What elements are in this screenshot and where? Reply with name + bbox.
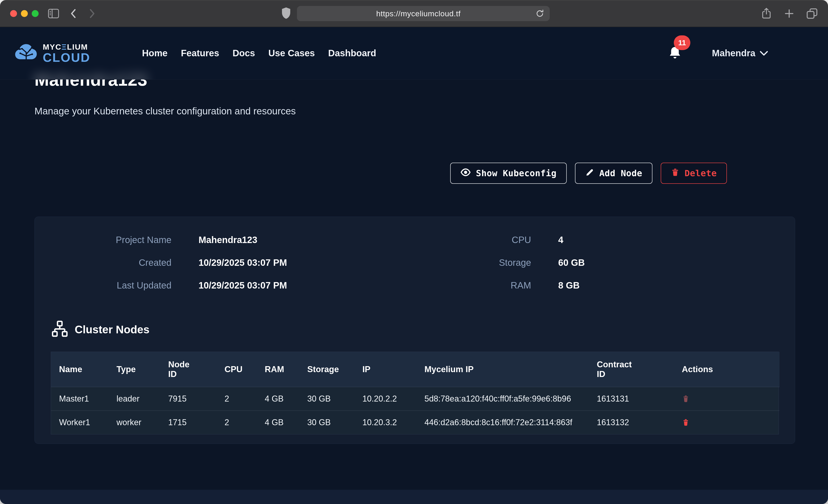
cell-mycelium-ip: 446:d2a6:8bcd:8c16:ff0f:72e2:3114:863f xyxy=(416,411,589,434)
mycelium-cloud-logo-icon xyxy=(14,42,39,64)
cell-storage: 30 GB xyxy=(299,387,355,411)
add-node-button[interactable]: Add Node xyxy=(575,163,653,184)
cell-name: Master1 xyxy=(51,387,109,411)
address-bar-zone: https://myceliumcloud.tf xyxy=(106,6,752,21)
cell-cpu: 2 xyxy=(216,387,257,411)
url-field[interactable]: https://myceliumcloud.tf xyxy=(297,6,550,21)
back-button[interactable] xyxy=(69,8,78,19)
nav-link-features[interactable]: Features xyxy=(181,48,219,58)
ram-label: RAM xyxy=(399,280,531,291)
bell-icon xyxy=(668,57,682,61)
browser-toolbar: https://myceliumcloud.tf xyxy=(0,0,828,27)
last-updated-value: 10/29/2025 03:07 PM xyxy=(171,280,399,291)
minimize-window-button[interactable] xyxy=(21,10,28,17)
pencil-icon xyxy=(585,168,594,179)
cluster-nodes-heading: Cluster Nodes xyxy=(51,320,779,339)
notification-count-badge: 11 xyxy=(674,35,690,50)
cell-type: leader xyxy=(109,387,160,411)
page-subtitle: Manage your Kubernetes cluster configura… xyxy=(35,106,795,117)
cell-node-id: 7915 xyxy=(160,387,216,411)
storage-label: Storage xyxy=(399,257,531,268)
table-row: Worker1 worker 1715 2 4 GB 30 GB 10.20.3… xyxy=(51,411,780,434)
chevron-down-icon xyxy=(759,48,768,58)
last-updated-label: Last Updated xyxy=(51,280,171,291)
trash-icon xyxy=(671,168,679,179)
cpu-value: 4 xyxy=(531,235,779,245)
cluster-detail-main: Mahendra123 Manage your Kubernetes clust… xyxy=(0,27,828,444)
project-card: Project Name Mahendra123 CPU 4 Created 1… xyxy=(35,217,795,444)
col-node-id: Node ID xyxy=(160,352,216,387)
cell-cpu: 2 xyxy=(216,411,257,434)
project-info-grid: Project Name Mahendra123 CPU 4 Created 1… xyxy=(51,235,779,291)
share-icon[interactable] xyxy=(761,8,772,19)
user-menu[interactable]: Mahendra xyxy=(712,48,768,58)
cell-ram: 4 GB xyxy=(257,387,299,411)
cell-ip: 10.20.2.2 xyxy=(355,387,416,411)
privacy-shield-icon xyxy=(281,7,291,20)
cell-ip: 10.20.3.2 xyxy=(355,411,416,434)
toolbar-right-icons xyxy=(761,8,818,19)
nav-link-home[interactable]: Home xyxy=(142,48,168,58)
close-window-button[interactable] xyxy=(10,10,17,17)
top-navbar: MYCΞLIUM CLOUD Home Features Docs Use Ca… xyxy=(0,27,828,80)
nav-link-dashboard[interactable]: Dashboard xyxy=(328,48,376,58)
user-name: Mahendra xyxy=(712,48,755,58)
cpu-label: CPU xyxy=(399,235,531,245)
storage-value: 60 GB xyxy=(531,257,779,268)
new-tab-icon[interactable] xyxy=(784,8,794,19)
cell-type: worker xyxy=(109,411,160,434)
show-kubeconfig-button[interactable]: Show Kubeconfig xyxy=(450,163,567,184)
col-mycelium-ip: Mycelium IP xyxy=(416,352,589,387)
cluster-actions: Show Kubeconfig Add Node xyxy=(35,163,795,184)
nav-link-docs[interactable]: Docs xyxy=(233,48,255,58)
nav-link-use-cases[interactable]: Use Cases xyxy=(268,48,315,58)
cluster-nodes-table: Name Type Node ID CPU RAM Storage IP Myc… xyxy=(51,352,779,434)
col-cpu: CPU xyxy=(216,352,257,387)
reload-icon[interactable] xyxy=(535,9,545,18)
cell-contract-id: 1613131 xyxy=(589,387,674,411)
delete-node-button[interactable] xyxy=(682,395,690,403)
sidebar-toggle-icon[interactable] xyxy=(48,8,59,18)
brand-logo[interactable]: MYCΞLIUM CLOUD xyxy=(14,42,90,64)
cell-name: Worker1 xyxy=(51,411,109,434)
delete-node-button[interactable] xyxy=(682,418,690,427)
url-text: https://myceliumcloud.tf xyxy=(302,9,535,18)
notifications-button[interactable]: 11 xyxy=(668,45,682,61)
cell-storage: 30 GB xyxy=(299,411,355,434)
ram-value: 8 GB xyxy=(531,280,779,291)
created-label: Created xyxy=(51,257,171,268)
tab-overview-icon[interactable] xyxy=(806,8,818,19)
network-nodes-icon xyxy=(51,320,69,339)
project-name-value: Mahendra123 xyxy=(171,235,399,245)
browser-window: https://myceliumcloud.tf xyxy=(0,0,828,504)
table-row: Master1 leader 7915 2 4 GB 30 GB 10.20.2… xyxy=(51,387,780,411)
forward-button[interactable] xyxy=(87,8,97,19)
project-name-label: Project Name xyxy=(51,235,171,245)
col-ip: IP xyxy=(355,352,416,387)
maximize-window-button[interactable] xyxy=(32,10,39,17)
eye-icon xyxy=(460,168,471,179)
cell-mycelium-ip: 5d8:78ea:a120:f40c:ff0f:a5fe:99e6:8b96 xyxy=(416,387,589,411)
footer-band xyxy=(0,490,828,504)
nav-links: Home Features Docs Use Cases Dashboard xyxy=(142,48,376,58)
col-ram: RAM xyxy=(257,352,299,387)
cell-contract-id: 1613132 xyxy=(589,411,674,434)
col-type: Type xyxy=(109,352,160,387)
col-storage: Storage xyxy=(299,352,355,387)
traffic-lights xyxy=(10,10,39,17)
page: MYCΞLIUM CLOUD Home Features Docs Use Ca… xyxy=(0,27,828,504)
col-name: Name xyxy=(51,352,109,387)
cell-ram: 4 GB xyxy=(257,411,299,434)
table-header-row: Name Type Node ID CPU RAM Storage IP Myc… xyxy=(51,352,780,387)
col-actions: Actions xyxy=(674,352,780,387)
brand-wordmark: MYCΞLIUM CLOUD xyxy=(43,43,90,64)
cell-node-id: 1715 xyxy=(160,411,216,434)
delete-cluster-button[interactable]: Delete xyxy=(661,163,727,184)
col-contract-id: Contract ID xyxy=(589,352,674,387)
created-value: 10/29/2025 03:07 PM xyxy=(171,257,399,268)
